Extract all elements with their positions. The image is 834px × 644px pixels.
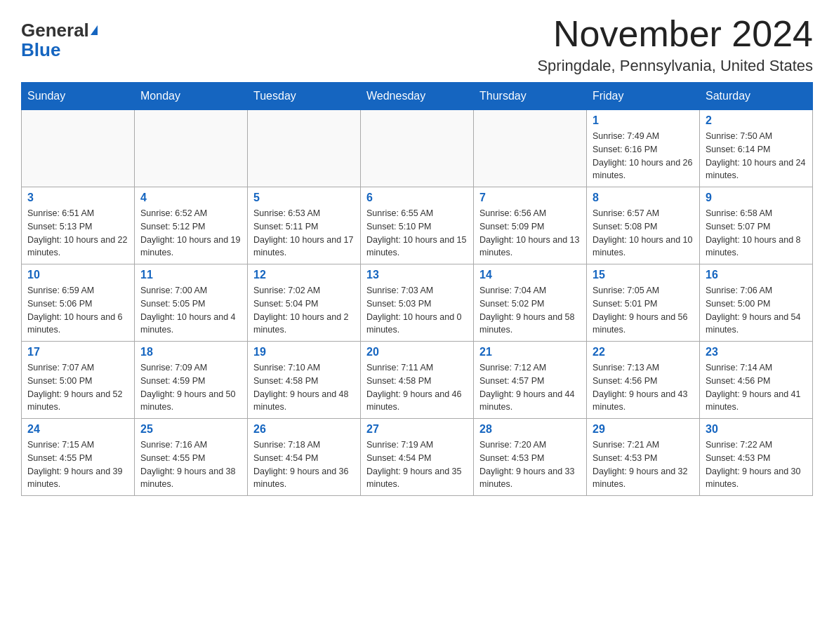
calendar-day-header-saturday: Saturday [700,83,813,110]
day-info: Sunrise: 7:21 AM Sunset: 4:53 PM Dayligh… [593,438,694,491]
calendar-week-row-2: 3Sunrise: 6:51 AM Sunset: 5:13 PM Daylig… [22,187,813,264]
calendar-day-header-tuesday: Tuesday [248,83,361,110]
day-number: 5 [253,192,355,204]
calendar-cell: 1Sunrise: 7:49 AM Sunset: 6:16 PM Daylig… [587,110,700,187]
day-info: Sunrise: 7:50 AM Sunset: 6:14 PM Dayligh… [706,130,807,182]
calendar-cell [248,110,361,187]
calendar-cell: 22Sunrise: 7:13 AM Sunset: 4:56 PM Dayli… [587,342,700,419]
calendar-cell: 6Sunrise: 6:55 AM Sunset: 5:10 PM Daylig… [361,187,474,264]
page-header: General Blue November 2024 Springdale, P… [21,14,813,75]
day-number: 6 [366,192,468,204]
day-number: 15 [593,269,694,281]
day-number: 28 [479,423,581,436]
day-number: 23 [706,346,807,358]
calendar-cell: 13Sunrise: 7:03 AM Sunset: 5:03 PM Dayli… [361,264,474,342]
day-info: Sunrise: 7:19 AM Sunset: 4:54 PM Dayligh… [366,438,468,491]
calendar-cell: 14Sunrise: 7:04 AM Sunset: 5:02 PM Dayli… [474,264,587,342]
calendar-cell: 7Sunrise: 6:56 AM Sunset: 5:09 PM Daylig… [474,187,587,264]
day-number: 24 [27,423,128,436]
calendar-cell: 8Sunrise: 6:57 AM Sunset: 5:08 PM Daylig… [587,187,700,264]
day-number: 11 [140,269,241,281]
calendar-day-header-friday: Friday [587,83,700,110]
calendar-cell: 16Sunrise: 7:06 AM Sunset: 5:00 PM Dayli… [700,264,813,342]
logo-blue-text: Blue [21,39,60,61]
day-info: Sunrise: 6:53 AM Sunset: 5:11 PM Dayligh… [253,207,355,260]
calendar-cell: 30Sunrise: 7:22 AM Sunset: 4:53 PM Dayli… [700,419,813,496]
calendar-cell: 2Sunrise: 7:50 AM Sunset: 6:14 PM Daylig… [700,110,813,187]
day-info: Sunrise: 7:07 AM Sunset: 5:00 PM Dayligh… [27,361,128,414]
title-area: November 2024 Springdale, Pennsylvania, … [537,14,813,75]
calendar-cell: 19Sunrise: 7:10 AM Sunset: 4:58 PM Dayli… [248,342,361,419]
day-number: 8 [593,192,694,204]
calendar-cell: 28Sunrise: 7:20 AM Sunset: 4:53 PM Dayli… [474,419,587,496]
day-info: Sunrise: 7:22 AM Sunset: 4:53 PM Dayligh… [706,438,807,491]
calendar-cell: 5Sunrise: 6:53 AM Sunset: 5:11 PM Daylig… [248,187,361,264]
calendar-cell: 4Sunrise: 6:52 AM Sunset: 5:12 PM Daylig… [135,187,248,264]
calendar-day-header-wednesday: Wednesday [361,83,474,110]
calendar-day-header-monday: Monday [135,83,248,110]
day-number: 9 [706,192,807,204]
day-number: 20 [366,346,468,358]
calendar-cell: 23Sunrise: 7:14 AM Sunset: 4:56 PM Dayli… [700,342,813,419]
day-number: 25 [140,423,241,436]
logo-general-text: General [21,21,89,39]
day-number: 1 [593,114,694,127]
calendar-cell [361,110,474,187]
location-title: Springdale, Pennsylvania, United States [537,57,813,75]
day-info: Sunrise: 7:02 AM Sunset: 5:04 PM Dayligh… [253,284,355,337]
day-number: 7 [479,192,581,204]
calendar-cell: 11Sunrise: 7:00 AM Sunset: 5:05 PM Dayli… [135,264,248,342]
calendar-cell: 17Sunrise: 7:07 AM Sunset: 5:00 PM Dayli… [22,342,135,419]
calendar-week-row-3: 10Sunrise: 6:59 AM Sunset: 5:06 PM Dayli… [22,264,813,342]
day-info: Sunrise: 6:57 AM Sunset: 5:08 PM Dayligh… [593,207,694,260]
calendar-cell: 29Sunrise: 7:21 AM Sunset: 4:53 PM Dayli… [587,419,700,496]
day-number: 27 [366,423,468,436]
day-number: 19 [253,346,355,358]
calendar-cell [22,110,135,187]
day-info: Sunrise: 6:56 AM Sunset: 5:09 PM Dayligh… [479,207,581,260]
calendar-cell: 10Sunrise: 6:59 AM Sunset: 5:06 PM Dayli… [22,264,135,342]
day-number: 14 [479,269,581,281]
month-title: November 2024 [537,14,813,54]
day-info: Sunrise: 7:14 AM Sunset: 4:56 PM Dayligh… [706,361,807,414]
calendar-cell: 18Sunrise: 7:09 AM Sunset: 4:59 PM Dayli… [135,342,248,419]
calendar-cell: 27Sunrise: 7:19 AM Sunset: 4:54 PM Dayli… [361,419,474,496]
day-info: Sunrise: 7:18 AM Sunset: 4:54 PM Dayligh… [253,438,355,491]
day-info: Sunrise: 7:04 AM Sunset: 5:02 PM Dayligh… [479,284,581,337]
day-number: 21 [479,346,581,358]
day-number: 4 [140,192,241,204]
calendar-table: SundayMondayTuesdayWednesdayThursdayFrid… [21,82,813,496]
calendar-header-row: SundayMondayTuesdayWednesdayThursdayFrid… [22,83,813,110]
day-info: Sunrise: 7:06 AM Sunset: 5:00 PM Dayligh… [706,284,807,337]
calendar-week-row-5: 24Sunrise: 7:15 AM Sunset: 4:55 PM Dayli… [22,419,813,496]
day-number: 12 [253,269,355,281]
calendar-cell: 9Sunrise: 6:58 AM Sunset: 5:07 PM Daylig… [700,187,813,264]
calendar-cell: 25Sunrise: 7:16 AM Sunset: 4:55 PM Dayli… [135,419,248,496]
day-info: Sunrise: 6:51 AM Sunset: 5:13 PM Dayligh… [27,207,128,260]
day-info: Sunrise: 6:59 AM Sunset: 5:06 PM Dayligh… [27,284,128,337]
day-info: Sunrise: 7:05 AM Sunset: 5:01 PM Dayligh… [593,284,694,337]
calendar-week-row-4: 17Sunrise: 7:07 AM Sunset: 5:00 PM Dayli… [22,342,813,419]
calendar-cell: 21Sunrise: 7:12 AM Sunset: 4:57 PM Dayli… [474,342,587,419]
calendar-cell: 12Sunrise: 7:02 AM Sunset: 5:04 PM Dayli… [248,264,361,342]
day-info: Sunrise: 7:11 AM Sunset: 4:58 PM Dayligh… [366,361,468,414]
day-number: 3 [27,192,128,204]
day-info: Sunrise: 7:49 AM Sunset: 6:16 PM Dayligh… [593,130,694,182]
logo: General Blue [21,21,98,61]
calendar-cell: 24Sunrise: 7:15 AM Sunset: 4:55 PM Dayli… [22,419,135,496]
calendar-cell: 3Sunrise: 6:51 AM Sunset: 5:13 PM Daylig… [22,187,135,264]
calendar-day-header-sunday: Sunday [22,83,135,110]
day-info: Sunrise: 7:10 AM Sunset: 4:58 PM Dayligh… [253,361,355,414]
day-info: Sunrise: 6:58 AM Sunset: 5:07 PM Dayligh… [706,207,807,260]
day-info: Sunrise: 7:12 AM Sunset: 4:57 PM Dayligh… [479,361,581,414]
day-number: 26 [253,423,355,436]
calendar-cell: 26Sunrise: 7:18 AM Sunset: 4:54 PM Dayli… [248,419,361,496]
day-number: 2 [706,114,807,127]
day-info: Sunrise: 7:09 AM Sunset: 4:59 PM Dayligh… [140,361,241,414]
day-number: 10 [27,269,128,281]
calendar-week-row-1: 1Sunrise: 7:49 AM Sunset: 6:16 PM Daylig… [22,110,813,187]
day-number: 30 [706,423,807,436]
day-info: Sunrise: 7:13 AM Sunset: 4:56 PM Dayligh… [593,361,694,414]
logo-triangle-icon [91,25,98,35]
day-info: Sunrise: 7:00 AM Sunset: 5:05 PM Dayligh… [140,284,241,337]
